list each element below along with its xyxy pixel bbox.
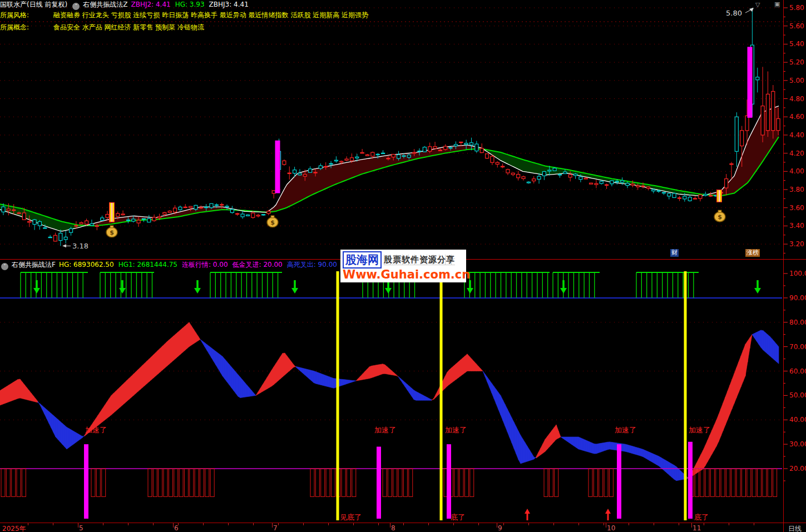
watermark-url: Www.Guhai.com.cn (343, 269, 464, 281)
minor-tick (153, 523, 154, 525)
indicator-values: ZBHJ2: 4.41HG: 3.93ZBHJ3: 4.41 (131, 1, 253, 8)
minor-tick (228, 523, 229, 525)
bottom-arrow-icons (525, 509, 611, 520)
minor-tick (428, 523, 429, 525)
concept-tags[interactable]: 食品安全 水产品 网红经济 新零售 预制菜 冷链物流 (53, 23, 204, 31)
svg-text:5.80: 5.80 (726, 9, 742, 17)
minor-tick (503, 523, 504, 525)
yellow-signal-lines (337, 271, 687, 520)
field-HG1: HG1: 2681444.75 (118, 261, 177, 269)
svg-text:3.40: 3.40 (789, 222, 804, 230)
minor-tick (453, 523, 454, 525)
indicator-axis-labels: 100.0090.0080.0070.0060.0050.0040.0030.0… (783, 270, 806, 481)
svg-text:3.60: 3.60 (789, 204, 804, 212)
field-低金叉进: 低金叉进: 20.00 (233, 261, 283, 269)
svg-text:3.20: 3.20 (789, 240, 804, 248)
svg-text:加速了: 加速了 (445, 426, 467, 434)
concept-label: 所属概念: (0, 23, 29, 31)
svg-text:见底了: 见底了 (340, 513, 362, 521)
date-axis[interactable]: 2025年 日线 567891011 (0, 523, 806, 532)
price-axis-labels: 5.805.605.405.205.004.804.604.404.204.00… (783, 4, 804, 253)
field-HG: HG: 3.93 (175, 1, 205, 8)
price-gridlines (0, 8, 806, 244)
minor-tick (654, 523, 654, 525)
month-label: 10 (607, 524, 615, 532)
collapse-subindicator-icon[interactable]: ˅ (1, 263, 8, 270)
concept-row: 所属概念: 食品安全 水产品 网红经济 新零售 预制菜 冷链物流 (0, 23, 207, 31)
svg-text:加速了: 加速了 (374, 426, 396, 434)
oversold-bars (1, 469, 777, 496)
minor-tick (203, 523, 204, 525)
indicator-subchart[interactable]: 加速了加速了加速了加速了加速了见底了底了底了100.0090.0080.0070… (0, 259, 806, 523)
svg-text:5.40: 5.40 (789, 40, 804, 48)
month-label: 7 (273, 524, 278, 532)
svg-text:加速了: 加速了 (85, 426, 107, 434)
stock-title: 国联水产(日线 前复权) (0, 1, 67, 8)
minor-tick (604, 523, 604, 525)
svg-text:20.00: 20.00 (789, 465, 806, 473)
svg-text:90.00: 90.00 (789, 294, 806, 302)
month-tick (691, 523, 692, 528)
candles (2, 8, 780, 246)
tag-badge[interactable]: 财 (670, 249, 679, 257)
minor-tick (403, 523, 404, 525)
minor-tick (53, 523, 53, 525)
month-label: 8 (391, 524, 395, 532)
minor-tick (553, 523, 554, 525)
subindicator-name[interactable]: 右侧共振战法F (12, 261, 56, 269)
minor-tick (378, 523, 379, 525)
trading-app-window: $$$5.805.605.405.205.004.804.604.404.204… (0, 0, 806, 532)
minor-tick (128, 523, 128, 525)
oscillator-ribbon (0, 322, 779, 481)
ma-green-line (0, 137, 779, 226)
tag-badge[interactable]: 涨榜 (745, 249, 760, 257)
year-label: 2025年 (2, 524, 26, 532)
minor-tick (328, 523, 329, 525)
field-ZBHJ3: ZBHJ3: 4.41 (209, 1, 249, 8)
minor-tick (303, 523, 304, 525)
svg-text:5.80: 5.80 (789, 4, 804, 12)
month-label: 9 (498, 524, 502, 532)
window-panel-icon[interactable]: ▣ (774, 1, 780, 8)
month-label: 11 (693, 524, 701, 532)
minor-tick (679, 523, 679, 525)
collapse-indicator-icon[interactable]: ˅ (72, 3, 80, 10)
main-price-chart[interactable]: $$$5.805.605.405.205.004.804.604.404.204… (0, 0, 806, 259)
svg-text:4.40: 4.40 (789, 131, 804, 139)
svg-text:4.60: 4.60 (789, 113, 804, 121)
svg-text:加速了: 加速了 (689, 426, 710, 434)
field-ZBHJ2: ZBHJ2: 4.41 (131, 1, 170, 8)
svg-text:5.20: 5.20 (789, 58, 804, 66)
minor-tick (578, 523, 579, 525)
minor-tick (754, 523, 754, 525)
minor-tick (103, 523, 103, 525)
style-tags[interactable]: 融资融券 行业龙头 亏损股 连续亏损 昨日振荡 昨高换手 最近异动 最近情绪指数… (53, 11, 368, 19)
style-label: 所属风格: (0, 11, 29, 19)
minor-tick (704, 523, 704, 525)
svg-text:底了: 底了 (451, 513, 465, 521)
svg-text:5.60: 5.60 (789, 22, 804, 30)
svg-text:40.00: 40.00 (789, 416, 806, 424)
svg-text:$: $ (270, 219, 275, 226)
month-tick (606, 523, 606, 528)
indicator-name[interactable]: 右侧共振战法Z (83, 1, 127, 8)
watermark: 股海网 股票软件资源分享 Www.Guhai.com.cn (340, 250, 466, 282)
field-HG: HG: 6893062.50 (59, 261, 114, 269)
period-label[interactable]: 日线 (788, 524, 802, 532)
money-bag-icons: $$$ (106, 210, 725, 237)
svg-text:4.00: 4.00 (789, 167, 804, 175)
chevron-down-icon[interactable]: ▽ (755, 1, 760, 8)
minor-tick (629, 523, 629, 525)
minor-tick (729, 523, 729, 525)
watermark-site-name: 股海网 (343, 251, 382, 269)
svg-text:$: $ (718, 213, 722, 221)
watermark-tagline: 股票软件资源分享 (384, 255, 455, 265)
svg-text:3.80: 3.80 (789, 186, 804, 193)
minor-tick (78, 523, 78, 525)
svg-text:5.00: 5.00 (789, 77, 804, 84)
svg-text:100.00: 100.00 (789, 270, 806, 277)
minor-tick (28, 523, 28, 525)
minor-tick (278, 523, 279, 525)
svg-text:4.20: 4.20 (789, 150, 804, 157)
month-tick (173, 523, 174, 528)
